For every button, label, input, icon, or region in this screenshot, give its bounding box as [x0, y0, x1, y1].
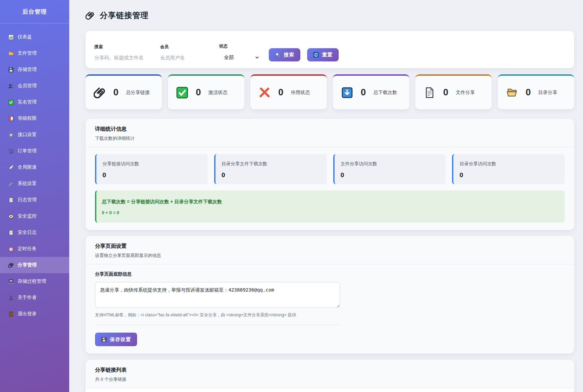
mini-stat-box: 文件分享访问次数 0	[333, 154, 446, 184]
mini-stat-label: 文件分享访问次数	[341, 161, 440, 167]
mini-stat-label: 分享链接访问次数	[102, 161, 202, 167]
mini-stat-box: 分享链接访问次数 0	[95, 154, 208, 184]
file-icon	[424, 87, 436, 99]
page-header: 分享链接管理	[86, 10, 574, 21]
formula-title: 总下载次数 = 分享链接访问次数 + 目录分享文件下载次数	[102, 199, 559, 205]
stat-label: 总分享链接	[126, 90, 150, 96]
status-select[interactable]: 全部	[219, 53, 259, 61]
log-icon	[8, 230, 14, 236]
member-label: 会员	[160, 44, 208, 50]
reset-button[interactable]: 重置	[307, 48, 339, 61]
mini-stat-value: 0	[222, 171, 321, 179]
stat-value: 0	[113, 87, 118, 98]
stat-card: 0 总分享链接	[86, 74, 162, 109]
detail-stats-subtitle: 下载次数的详细统计	[95, 135, 565, 142]
detail-stats-body: 分享链接访问次数 0 目录分享文件下载次数 0 文件分享访问次数 0	[86, 147, 574, 230]
sidebar-item[interactable]: 退出登录	[0, 306, 69, 322]
status-select-value: 全部	[219, 54, 234, 61]
stat-card: 0 目录分享	[498, 74, 574, 109]
sidebar-item[interactable]: 安全日志	[0, 224, 69, 241]
formula-box: 总下载次数 = 分享链接访问次数 + 目录分享文件下载次数 0 + 0 = 0	[95, 190, 565, 223]
dashboard-icon	[8, 34, 14, 40]
sidebar-item[interactable]: 等级权限	[0, 110, 69, 127]
x-icon	[259, 87, 271, 99]
stat-value: 0	[443, 87, 448, 98]
sidebar-item-label: 文件管理	[18, 50, 37, 56]
sidebar-title: 后台管理	[0, 0, 69, 23]
sidebar-item[interactable]: 文件管理	[0, 45, 69, 61]
laptop-icon	[8, 279, 14, 284]
cart-icon	[8, 148, 14, 154]
status-label: 状态	[219, 43, 259, 49]
sidebar-item-label: 会员管理	[18, 83, 37, 89]
sidebar-item-label: 存储过程管理	[18, 278, 46, 284]
stat-label: 停用状态	[291, 90, 310, 96]
rocket-icon	[8, 165, 14, 170]
sidebar-item-label: 仪表盘	[18, 34, 32, 40]
paperclip-icon	[94, 87, 106, 99]
mini-stat-grid: 分享链接访问次数 0 目录分享文件下载次数 0 文件分享访问次数 0	[95, 154, 565, 184]
sidebar-item[interactable]: 接口设置	[0, 127, 69, 143]
sidebar-item[interactable]: 会员管理	[0, 78, 69, 94]
mini-stat-value: 0	[459, 171, 559, 179]
sidebar-item-label: 分享管理	[18, 262, 37, 268]
member-input[interactable]	[160, 54, 208, 61]
sidebar-item[interactable]: 实名管理	[0, 94, 69, 110]
sidebar-item[interactable]: 订单管理	[0, 143, 69, 159]
alarm-icon	[8, 246, 14, 252]
sidebar-item[interactable]: 分享管理	[0, 257, 69, 273]
search-button[interactable]: 搜索	[269, 48, 300, 61]
page-title: 分享链接管理	[100, 10, 149, 21]
sidebar-item-label: 存储管理	[18, 67, 37, 73]
stat-card: 0 停用状态	[250, 74, 327, 109]
sidebar-item-label: 定时任务	[18, 246, 37, 252]
footer-info-textarea[interactable]: 急速分享，由快传系统提供支持，举报与投诉请发送邮箱至：423889236@qq.…	[95, 282, 340, 308]
share-list-card: 分享链接列表 共 0 个分享链接	[86, 360, 574, 392]
status-field-group: 状态 全部	[219, 43, 259, 61]
share-list-title: 分享链接列表	[95, 367, 565, 374]
door-icon	[8, 311, 14, 317]
gear-icon	[8, 132, 14, 138]
sidebar-item[interactable]: 全局限速	[0, 159, 69, 175]
sidebar-item-label: 订单管理	[18, 148, 37, 154]
share-page-settings-header: 分享页面设置 设置独立分享页面底部显示的信息	[86, 236, 574, 264]
search-input[interactable]	[94, 54, 149, 61]
sidebar-item-label: 全局限速	[18, 164, 37, 170]
paperclip-icon	[86, 11, 95, 20]
sidebar-nav: 仪表盘 文件管理 存储管理 会员管理 实名管理	[0, 23, 69, 322]
save-settings-button[interactable]: 保存设置	[95, 333, 137, 346]
sidebar-item-label: 接口设置	[18, 132, 37, 138]
chevron-down-icon	[255, 55, 259, 60]
sidebar-item[interactable]: 仪表盘	[0, 29, 69, 45]
open-folder-icon	[506, 87, 518, 99]
sidebar-item[interactable]: 日志管理	[0, 192, 69, 208]
share-page-settings-title: 分享页面设置	[95, 243, 565, 250]
download-icon	[341, 87, 353, 99]
share-page-settings-body: 分享页面底部信息 急速分享，由快传系统提供支持，举报与投诉请发送邮箱至：4238…	[86, 264, 574, 354]
detail-stats-card: 详细统计信息 下载次数的详细统计 分享链接访问次数 0 目录分享文件下载次数 0	[86, 119, 574, 230]
sidebar-item[interactable]: 安全监控	[0, 208, 69, 224]
eye-icon	[8, 213, 14, 219]
save-icon	[101, 337, 107, 342]
stat-label: 目录分享	[538, 90, 557, 96]
share-list-body	[86, 388, 574, 392]
footer-info-label: 分享页面底部信息	[95, 271, 565, 277]
sidebar-item[interactable]: 关于作者	[0, 290, 69, 306]
sidebar-item[interactable]: 存储过程管理	[0, 273, 69, 290]
log-icon	[8, 197, 14, 203]
reset-icon	[313, 52, 319, 58]
stats-row: 0 总分享链接 0 激活状态 0 停用状态 0 总下载次数	[86, 74, 574, 109]
footer-info-help: 支持HTML标签，例如：<i class="fas fa-shield-alt"…	[95, 312, 340, 318]
stat-card: 0 总下载次数	[333, 74, 409, 109]
sidebar-item[interactable]: 定时任务	[0, 241, 69, 257]
sidebar: 后台管理 仪表盘 文件管理 存储管理 会员管理	[0, 0, 69, 392]
share-list-subtitle: 共 0 个分享链接	[95, 376, 565, 382]
sidebar-item-label: 安全监控	[18, 213, 37, 219]
divider	[95, 325, 340, 325]
mini-stat-label: 目录分享文件下载次数	[222, 161, 321, 167]
sidebar-item[interactable]: 系统设置	[0, 175, 69, 192]
mini-stat-value: 0	[102, 171, 202, 179]
sidebar-item[interactable]: 存储管理	[0, 61, 69, 78]
filter-card: 搜索 会员 状态 全部 搜索 重置	[86, 31, 574, 68]
sidebar-item-label: 实名管理	[18, 99, 37, 105]
